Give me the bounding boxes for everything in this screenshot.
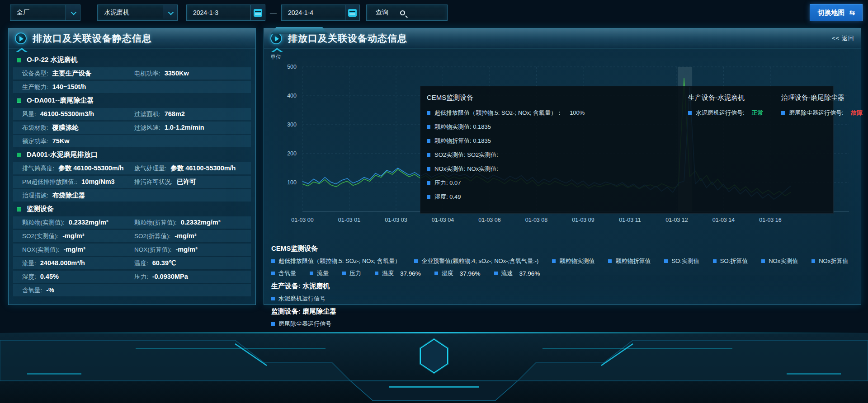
field-value: -mg/m³ <box>64 246 85 253</box>
legend-marker-icon <box>310 272 313 275</box>
tooltip-column-title: 治理设备-磨尾除尘器 <box>781 94 863 102</box>
legend-item-label: NOx实测值 <box>769 257 798 265</box>
legend-item[interactable]: 超低排放限值（颗拉物:5: SOz-; NOx; 含氧量） <box>271 257 401 265</box>
legend-item[interactable]: 压力 <box>342 269 361 277</box>
legend-marker-icon <box>688 111 692 115</box>
y-tick-label: 200 <box>287 150 297 157</box>
field-label: 治理措施: <box>22 192 48 200</box>
field-row: NOX(实测值):-mg/m³NOX(折算值):-mg/m³ <box>13 244 251 256</box>
date-range-separator: — <box>265 9 281 17</box>
end-date-picker-button[interactable] <box>345 5 359 20</box>
legend-marker-icon <box>414 259 418 263</box>
field-cell: 颗粒物(实测值):0.2332mg/m³ <box>22 219 134 227</box>
field-value: 布袋除尘器 <box>52 191 85 200</box>
legend-items: 水泥磨机运行信号 <box>271 295 854 303</box>
chevron-down-icon <box>71 9 77 15</box>
legend-item[interactable]: 企业预警值(颗粒物:4; sOz-; NOx-;含氧气量:-) <box>414 257 538 265</box>
x-tick-label: 01-03 03 <box>385 217 407 223</box>
field-value: 3350Kw <box>165 70 189 77</box>
tooltip-item-label: 超低排放限值（颗拉物:5: SOz-; NOx; 含氧量）： <box>434 109 562 117</box>
back-link[interactable]: << 返回 <box>832 34 854 42</box>
legend-items: 磨尾除尘器运行信号 <box>271 320 854 328</box>
field-row: 生产能力:140~150t/h <box>13 81 251 93</box>
field-value: 140~150t/h <box>52 83 86 90</box>
legend-item[interactable]: 颗粒物折算值 <box>608 257 651 265</box>
legend-item[interactable]: 磨尾除尘器运行信号 <box>271 320 331 328</box>
legend-marker-icon <box>427 139 430 143</box>
green-square-bullet-icon <box>17 58 21 62</box>
field-cell: 含氧量:-% <box>22 286 134 295</box>
field-cell: 治理措施:布袋除尘器 <box>22 191 134 200</box>
static-info-header: 排放口及关联设备静态信息 <box>9 28 255 48</box>
y-tick-label: 500 <box>287 64 297 70</box>
legend-item[interactable]: 流量 <box>310 269 329 277</box>
x-tick-label: 01-03 00 <box>291 217 313 223</box>
legend-item[interactable]: 水泥磨机运行信号 <box>271 295 326 303</box>
switch-map-button[interactable]: 切换地图 ⇆ <box>810 4 863 21</box>
field-label: SO2(实测值): <box>22 232 58 240</box>
tooltip-column: 治理设备-磨尾除尘器磨尾除尘器运行信号:故障 <box>781 94 863 207</box>
legend-item[interactable]: 含氧量 <box>271 269 296 277</box>
legend-item[interactable]: 颗粒物实测值 <box>552 257 594 265</box>
x-tick-label: 01-03 14 <box>712 217 735 223</box>
tooltip-item: 水泥磨机运行信号:正常 <box>688 109 769 117</box>
field-label: NOX(实测值): <box>22 246 60 254</box>
legend-item[interactable]: SO:折算值 <box>713 257 748 265</box>
tooltip-item-value: 故障 <box>851 109 863 117</box>
legend-marker-icon <box>427 167 430 171</box>
legend-group-title: 生产设备: 水泥磨机 <box>271 282 854 291</box>
legend-item-label: SO:折算值 <box>720 257 748 265</box>
query-button[interactable]: 查询 <box>366 5 448 21</box>
field-value: -% <box>46 286 54 294</box>
field-value: 0.2332mg/m³ <box>181 219 221 226</box>
legend-item[interactable]: SO:实测值 <box>664 257 699 265</box>
field-row: 设备类型:主要生产设备电机功率:3350Kw <box>13 67 251 80</box>
field-label: 含氧量: <box>22 286 42 295</box>
plant-select-dropdown-button[interactable] <box>66 5 80 20</box>
legend-item[interactable]: 湿度37.96% <box>434 269 481 277</box>
legend-marker-icon <box>375 272 378 275</box>
field-cell: 压力:-0.0930MPa <box>134 273 251 281</box>
calendar-icon <box>254 9 262 17</box>
field-value: 0.2332mg/m³ <box>69 219 108 226</box>
static-info-panel: 排放口及关联设备静态信息 O-P-22 水泥磨机设备类型:主要生产设备电机功率:… <box>8 28 256 305</box>
field-value: 参数 46100-55300m/h <box>58 164 123 173</box>
tooltip-item-label: 磨尾除尘器运行信号: <box>789 109 844 117</box>
field-row: 风量:46100-55300m3/h过滤面积:768m2 <box>13 108 251 120</box>
device-select[interactable]: 水泥磨机 <box>97 5 178 21</box>
start-date-picker-button[interactable] <box>250 5 265 20</box>
legend-marker-icon <box>342 272 346 275</box>
tooltip-item-label: 压力: 0.07 <box>434 179 461 187</box>
legend-item-label: 温度 <box>382 269 394 277</box>
legend-marker-icon <box>552 259 556 263</box>
end-date-value: 2024-1-4 <box>282 9 345 16</box>
legend-item[interactable]: 温度37.96% <box>375 269 421 277</box>
legend-item-label: SO:实测值 <box>671 257 699 265</box>
field-label: 湿度: <box>22 273 36 281</box>
chevron-down-icon <box>168 9 174 15</box>
legend-marker-icon <box>713 259 717 263</box>
legend-item[interactable]: NOx实测值 <box>761 257 798 265</box>
legend-item-label: 磨尾除尘器运行信号 <box>278 320 331 328</box>
plant-select[interactable]: 全厂 <box>10 5 80 21</box>
tooltip-item: NOx实测值: NOx实测值: <box>427 165 676 173</box>
tooltip-item-label: SO2实测值: SO2实测值: <box>434 151 498 159</box>
device-select-dropdown-button[interactable] <box>163 5 177 20</box>
legend-item[interactable]: NOx折算值 <box>811 257 848 265</box>
tooltip-item-label: 颗粒物折算值: 0.1835 <box>434 137 491 145</box>
legend-marker-icon <box>271 259 275 263</box>
field-label: 排气筒高度: <box>22 164 54 173</box>
x-tick-label: 01-03 09 <box>572 217 594 223</box>
legend-marker-icon <box>434 272 438 275</box>
legend-item[interactable]: 流速37.96% <box>494 269 540 277</box>
start-date-input[interactable]: 2024-1-3 <box>186 5 265 21</box>
static-info-title: 排放口及关联设备静态信息 <box>33 32 152 45</box>
dynamic-info-panel: 排放口及关联设备动态信息 << 返回 单位 50040030020010001-… <box>264 28 861 305</box>
field-cell: 过滤风速:1.0-1.2m/min <box>134 124 251 132</box>
end-date-input[interactable]: 2024-1-4 <box>281 5 360 21</box>
field-cell: 湿度:0.45% <box>22 273 134 281</box>
tooltip-column: CEMS监测设备超低排放限值（颗拉物:5: SOz-; NOx; 含氧量）：10… <box>427 94 676 207</box>
section-heading-label: 监测设备 <box>27 205 54 213</box>
legend-marker-icon <box>427 195 430 199</box>
field-cell: SO2(实测值):-mg/m³ <box>22 232 134 240</box>
